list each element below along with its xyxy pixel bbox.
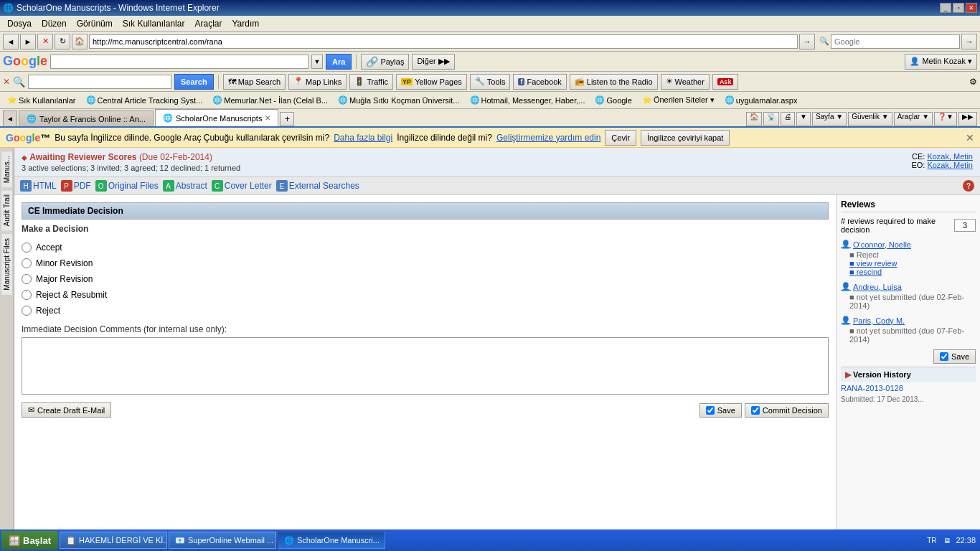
tab-print-options[interactable]: ▼ <box>796 112 811 126</box>
pdf-button[interactable]: P PDF <box>61 180 91 192</box>
user-button[interactable]: 👤 Metin Kozak ▾ <box>905 54 977 70</box>
taskbar-item-scholarone[interactable]: 🌐 ScholarOne Manuscri... <box>278 532 385 549</box>
ce-name-link[interactable]: Kozak, Metin <box>927 152 973 161</box>
toolbar-settings[interactable]: ⚙ <box>969 77 977 87</box>
tab-taylor[interactable]: 🌐 Taylor & Francis Online :: An... <box>19 110 154 126</box>
close-button[interactable]: ✕ <box>966 3 977 13</box>
side-tab-audit[interactable]: Audit Trail <box>1 189 13 231</box>
reviews-save-button[interactable]: Save <box>933 349 976 364</box>
nav-go-button[interactable]: → <box>799 34 815 50</box>
maplinks-button[interactable]: 📍 Map Links <box>288 74 347 90</box>
radio-minor-input[interactable] <box>22 258 32 268</box>
translate-x-button[interactable]: ✕ <box>966 132 974 143</box>
home-button[interactable]: 🏠 <box>72 34 88 50</box>
tab-prev-button[interactable]: ◄ <box>3 110 17 126</box>
minimize-button[interactable]: _ <box>940 3 951 13</box>
menu-duzen[interactable]: Düzen <box>37 17 71 30</box>
stop-button[interactable]: ✕ <box>37 34 53 50</box>
search-button[interactable]: Search <box>174 74 214 90</box>
tab-print-button[interactable]: 🖨 <box>781 112 795 126</box>
help-icon[interactable]: ? <box>963 180 974 192</box>
bookmark-mugla[interactable]: 🌐 Muğla Sıtkı Koçman Üniversit... <box>334 94 463 106</box>
radio-accept-input[interactable] <box>22 242 32 253</box>
reviewer-2-name[interactable]: 👤 Andreu, Luisa <box>841 282 976 291</box>
translate-more-link[interactable]: Daha fazla bilgi <box>334 133 392 143</box>
facebook-button[interactable]: f Facebook <box>513 74 566 90</box>
secondary-search-input[interactable] <box>28 75 171 89</box>
side-tab-manus[interactable]: Manus... <box>1 151 13 188</box>
bookmark-central[interactable]: 🌐 Central Article Tracking Syst... <box>82 94 207 106</box>
taskbar-item-hakemli[interactable]: 📋 HAKEMLİ DERGİ VE Kİ... <box>60 532 167 549</box>
menu-gorunum[interactable]: Görünüm <box>72 17 117 30</box>
help-button[interactable]: ❓▼ <box>934 112 957 126</box>
reviews-count-input[interactable] <box>954 219 976 232</box>
create-draft-button[interactable]: ✉ Create Draft E-Mail <box>22 402 111 418</box>
radio-button[interactable]: 📻 Listen to the Radio <box>570 74 658 90</box>
tab-rss-button[interactable]: 📡 <box>763 112 779 126</box>
save-checkbox[interactable] <box>706 406 715 415</box>
commit-decision-button[interactable]: Commit Decision <box>745 403 829 418</box>
page-button[interactable]: Sayfa ▼ <box>812 112 847 126</box>
google-search-button[interactable]: → <box>961 34 977 50</box>
translate-improve-link[interactable]: Geliştirmemize yardım edin <box>496 133 600 143</box>
translate-button[interactable]: Çevir <box>605 130 636 146</box>
tools-button[interactable]: 🔧 Tools <box>470 74 511 90</box>
taskbar-item-superonline[interactable]: 📧 SuperOnline Webmail ... <box>169 532 276 549</box>
search-dropdown[interactable]: ▼ <box>311 55 323 69</box>
other-button[interactable]: Diğer ▶▶ <box>412 54 454 70</box>
forward-button[interactable]: ► <box>20 34 36 50</box>
comments-textarea[interactable] <box>22 337 829 395</box>
traffic-button[interactable]: 🚦 Traffic <box>349 74 393 90</box>
bookmark-uygulamalar[interactable]: 🌐 uygulamalar.aspx <box>720 94 802 106</box>
save-decision-button[interactable]: Save <box>699 403 742 418</box>
new-tab-button[interactable]: + <box>280 112 294 126</box>
version-item-1[interactable]: RANA-2013-0128 <box>841 382 976 394</box>
cover-letter-button[interactable]: C Cover Letter <box>212 180 272 192</box>
abstract-button[interactable]: A Abstract <box>163 180 207 192</box>
original-files-button[interactable]: O Original Files <box>95 180 159 192</box>
tools-menu-button[interactable]: Araçlar ▼ <box>894 112 933 126</box>
security-button[interactable]: Güvenlik ▼ <box>848 112 892 126</box>
tab-scholarone[interactable]: 🌐 ScholarOne Manuscripts ✕ <box>155 109 278 126</box>
bookmark-google[interactable]: 🌐 Google <box>590 94 636 106</box>
bookmark-favorites[interactable]: ⭐ Sık Kullanılanlar <box>3 94 80 106</box>
tab-bar-extend-button[interactable]: ▶▶ <box>958 112 977 126</box>
google-main-search-input[interactable] <box>50 55 308 69</box>
weather-button[interactable]: ☀ Weather <box>661 74 710 90</box>
maps-button[interactable]: 🗺 Map Search <box>223 74 286 90</box>
ask-button[interactable]: Ask <box>712 74 739 90</box>
start-button[interactable]: 🪟 Başlat <box>1 531 58 550</box>
html-button[interactable]: H HTML <box>20 180 57 192</box>
toolbar-x-button[interactable]: ✕ <box>3 77 10 87</box>
radio-major-input[interactable] <box>22 274 32 284</box>
reviewer-3-name[interactable]: 👤 Paris, Cody M. <box>841 316 976 325</box>
refresh-button[interactable]: ↻ <box>55 34 70 50</box>
bookmark-memurlar[interactable]: 🌐 Memurlar.Net - İlan (Celal B... <box>208 94 332 106</box>
eo-name-link[interactable]: Kozak, Metin <box>927 161 973 169</box>
restore-button[interactable]: ▫ <box>953 3 964 13</box>
back-button[interactable]: ◄ <box>3 34 19 50</box>
address-bar[interactable] <box>89 34 798 49</box>
menu-yardim[interactable]: Yardım <box>227 17 263 30</box>
commit-checkbox[interactable] <box>751 406 760 415</box>
google-search-input[interactable] <box>831 34 960 49</box>
bookmark-suggested[interactable]: ⭐ Önerilen Siteler ▾ <box>638 94 719 106</box>
ara-button[interactable]: Ara <box>326 54 352 70</box>
tab-close-button[interactable]: ✕ <box>265 114 270 122</box>
close-translate-button[interactable]: İngilizce çeviriyi kapat <box>641 130 730 146</box>
radio-reject-input[interactable] <box>22 306 32 316</box>
share-button[interactable]: 🔗 Paylaş <box>361 54 409 70</box>
menu-favorites[interactable]: Sık Kullanılanlar <box>118 17 189 30</box>
radio-reject-resubmit-input[interactable] <box>22 290 32 300</box>
menu-araclar[interactable]: Araçlar <box>190 17 226 30</box>
menu-dosya[interactable]: Dosya <box>3 17 36 30</box>
side-tab-files[interactable]: Manuscript Files <box>1 233 13 296</box>
reviewer-1-rescind-link[interactable]: ■ rescind <box>849 268 976 276</box>
reviewer-1-view-link[interactable]: ■ view review <box>849 259 976 268</box>
external-searches-button[interactable]: E External Searches <box>276 180 359 192</box>
reviews-save-checkbox[interactable] <box>940 352 948 361</box>
yellowpages-button[interactable]: YP Yellow Pages <box>396 74 467 90</box>
tab-bar-home-button[interactable]: 🏠 <box>746 112 762 126</box>
bookmark-hotmail[interactable]: 🌐 Hotmail, Messenger, Haber,... <box>466 94 590 106</box>
reviewer-1-name[interactable]: 👤 O'connor, Noelle <box>841 240 976 249</box>
